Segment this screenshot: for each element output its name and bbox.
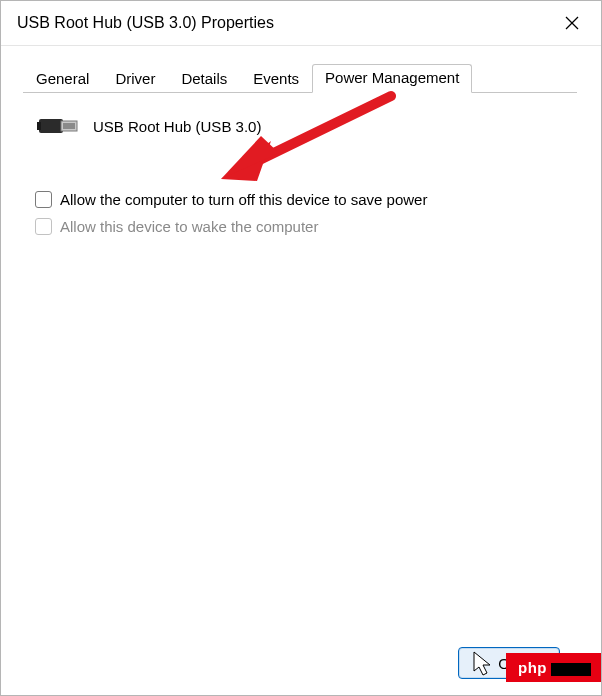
checkbox-allow-wake: Allow this device to wake the computer: [35, 218, 577, 235]
svg-rect-4: [63, 123, 75, 129]
watermark-block-icon: [551, 663, 591, 676]
tab-panel-power-management: USB Root Hub (USB 3.0) Allow the compute…: [23, 91, 577, 631]
tab-label: General: [36, 70, 89, 87]
svg-rect-2: [39, 119, 63, 133]
tab-label: Power Management: [325, 69, 459, 86]
watermark-badge: php: [506, 653, 601, 682]
close-icon: [565, 16, 579, 30]
properties-dialog: USB Root Hub (USB 3.0) Properties Genera…: [0, 0, 602, 696]
tab-details[interactable]: Details: [168, 65, 240, 93]
checkbox-label: Allow this device to wake the computer: [60, 218, 318, 235]
tab-label: Details: [181, 70, 227, 87]
titlebar: USB Root Hub (USB 3.0) Properties: [1, 1, 601, 46]
checkbox-icon: [35, 191, 52, 208]
tab-driver[interactable]: Driver: [102, 65, 168, 93]
checkbox-icon: [35, 218, 52, 235]
svg-rect-5: [37, 122, 41, 130]
checkbox-label: Allow the computer to turn off this devi…: [60, 191, 427, 208]
window-title: USB Root Hub (USB 3.0) Properties: [17, 14, 274, 32]
usb-connector-icon: [37, 109, 85, 143]
tab-label: Driver: [115, 70, 155, 87]
tab-power-management[interactable]: Power Management: [312, 64, 472, 93]
tab-label: Events: [253, 70, 299, 87]
checkbox-allow-turn-off[interactable]: Allow the computer to turn off this devi…: [35, 191, 577, 208]
device-name: USB Root Hub (USB 3.0): [93, 118, 261, 135]
tab-events[interactable]: Events: [240, 65, 312, 93]
tab-strip: General Driver Details Events Power Mana…: [23, 60, 577, 93]
watermark-text: php: [518, 659, 547, 676]
device-header: USB Root Hub (USB 3.0): [37, 109, 577, 143]
tab-general[interactable]: General: [23, 65, 102, 93]
close-button[interactable]: [543, 1, 601, 45]
